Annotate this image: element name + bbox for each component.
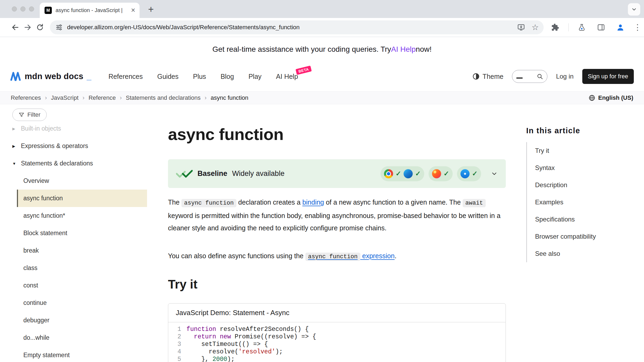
code-gutter: 123456 <box>168 326 181 362</box>
header-actions: Theme Log in Sign up for free <box>472 69 634 84</box>
chevron-down-icon <box>631 6 637 12</box>
url-text[interactable]: developer.allizom.org/en-US/docs/Web/Jav… <box>67 24 511 31</box>
site-header: mdn web docs_ References Guides Plus Blo… <box>0 62 644 91</box>
mdn-logo-underscore: _ <box>87 72 91 81</box>
sidebar-item-class[interactable]: class <box>12 259 147 277</box>
nav-references[interactable]: References <box>108 73 143 80</box>
edge-icon <box>404 169 413 178</box>
sidebar-section-statements-declarations[interactable]: ▼Statements & declarations <box>12 155 147 172</box>
nav-play[interactable]: Play <box>248 73 262 80</box>
chevron-down-icon: ▼ <box>12 161 21 166</box>
breadcrumb-javascript[interactable]: JavaScript <box>51 94 79 101</box>
sidebar-item-break[interactable]: break <box>12 242 147 259</box>
breadcrumb-separator: › <box>83 94 85 101</box>
firefox-icon <box>432 169 441 178</box>
tab-close-icon[interactable]: × <box>131 7 135 14</box>
mdn-logo-text: mdn web docs <box>25 72 83 81</box>
baseline-status: Widely available <box>232 169 284 178</box>
baseline-expand-button[interactable] <box>491 170 498 177</box>
interactive-demo: JavaScript Demo: Statement - Async 12345… <box>168 303 506 362</box>
sidebar-item-empty-statement[interactable]: Empty statement <box>12 346 147 362</box>
sidebar-item-do-while[interactable]: do...while <box>12 329 147 346</box>
theme-switcher[interactable]: Theme <box>472 73 503 80</box>
ai-help-promo-link[interactable]: AI Help <box>391 45 416 54</box>
check-icon: ✓ <box>415 170 421 178</box>
intro-paragraph: The async function declaration creates a… <box>168 196 506 234</box>
toc-see-also[interactable]: See also <box>535 245 636 262</box>
tab-title: async function - JavaScript | <box>56 7 127 13</box>
breadcrumb-reference[interactable]: Reference <box>89 94 116 101</box>
window-minimize-button[interactable] <box>20 6 25 12</box>
login-link[interactable]: Log in <box>556 73 573 80</box>
inline-code: await <box>463 199 486 207</box>
expression-paragraph: You can also define async functions usin… <box>168 250 506 263</box>
toc-try-it[interactable]: Try it <box>535 142 636 159</box>
search-icon[interactable] <box>537 73 543 80</box>
inline-code: async function <box>305 253 360 261</box>
code-lines[interactable]: function resolveAfter2Seconds() { return… <box>181 326 316 362</box>
reload-button[interactable] <box>34 21 46 34</box>
labs-button[interactable] <box>576 21 588 34</box>
forward-button[interactable] <box>21 21 34 34</box>
window-close-button[interactable] <box>12 6 17 12</box>
tab-search-button[interactable] <box>628 3 640 16</box>
sidebar-item-debugger[interactable]: debugger <box>12 312 147 329</box>
nav-guides[interactable]: Guides <box>157 73 178 80</box>
check-icon: ✓ <box>472 170 478 178</box>
nav-plus[interactable]: Plus <box>193 73 206 80</box>
back-button[interactable] <box>9 21 21 34</box>
bookmark-star-icon[interactable]: ☆ <box>532 23 539 31</box>
sidebar-section-built-in-objects[interactable]: ▶Built-in objects <box>12 120 147 137</box>
breadcrumb-statements[interactable]: Statements and declarations <box>126 94 201 101</box>
promo-text-suffix: now! <box>416 45 431 54</box>
async-function-expression-link[interactable]: async function expression <box>305 252 395 260</box>
nav-blog[interactable]: Blog <box>221 73 234 80</box>
toc-description[interactable]: Description <box>535 176 636 194</box>
sidebar-item-continue[interactable]: continue <box>12 294 147 312</box>
sidebar-item-async-function-star[interactable]: async function* <box>12 207 147 224</box>
browser-window: M async function - JavaScript | × + deve… <box>0 0 644 362</box>
install-app-button[interactable] <box>515 21 527 34</box>
sidebar-item-block-statement[interactable]: Block statement <box>12 224 147 242</box>
window-zoom-button[interactable] <box>29 6 34 12</box>
chevron-down-icon <box>491 170 498 177</box>
toc-examples[interactable]: Examples <box>535 194 636 211</box>
globe-icon <box>588 94 595 101</box>
toc-syntax[interactable]: Syntax <box>535 159 636 176</box>
address-bar[interactable]: developer.allizom.org/en-US/docs/Web/Jav… <box>50 20 544 34</box>
sidebar-item-overview[interactable]: Overview <box>12 172 147 190</box>
toc-specifications[interactable]: Specifications <box>535 211 636 228</box>
site-settings-icon[interactable] <box>55 24 63 31</box>
chevron-right-icon: ▶ <box>12 144 21 148</box>
filter-funnel-icon <box>19 112 24 118</box>
side-panel-button[interactable] <box>595 21 607 34</box>
browser-tab[interactable]: M async function - JavaScript | × <box>40 3 140 18</box>
nav-ai-help[interactable]: AI HelpBETA <box>276 73 298 80</box>
new-tab-button[interactable]: + <box>148 4 154 15</box>
profile-button[interactable] <box>614 21 627 34</box>
browser-menu-button[interactable]: ⋮ <box>634 23 642 31</box>
extensions-button[interactable] <box>549 21 561 34</box>
chevron-right-icon: ▶ <box>12 127 21 131</box>
sidebar-filter-button[interactable]: Filter <box>12 109 47 121</box>
browser-toolbar: developer.allizom.org/en-US/docs/Web/Jav… <box>0 18 644 37</box>
breadcrumb-current-page[interactable]: async function <box>211 94 248 101</box>
toc-browser-compatibility[interactable]: Browser compatibility <box>535 228 636 245</box>
breadcrumb-references[interactable]: References <box>11 94 41 101</box>
sidebar-section-expressions-operators[interactable]: ▶Expressions & operators <box>12 137 147 155</box>
sidebar-item-const[interactable]: const <box>12 277 147 294</box>
toolbar-actions: ⋮ <box>549 21 642 34</box>
toc-list: Try it Syntax Description Examples Speci… <box>526 142 636 262</box>
toolbar-divider <box>568 23 569 31</box>
signup-button[interactable]: Sign up for free <box>582 69 634 84</box>
sidebar-item-async-function[interactable]: async function <box>17 190 147 207</box>
profile-avatar-icon <box>616 23 625 32</box>
promo-banner: Get real-time assistance with your codin… <box>0 37 644 62</box>
binding-link[interactable]: binding <box>302 198 324 206</box>
code-editor[interactable]: 123456 function resolveAfter2Seconds() {… <box>168 322 506 362</box>
theme-icon <box>472 73 480 80</box>
chrome-icon <box>384 169 393 178</box>
language-switcher[interactable]: English (US) <box>588 94 633 101</box>
search-input[interactable] <box>512 70 547 83</box>
mdn-logo[interactable]: mdn web docs_ <box>10 72 91 81</box>
